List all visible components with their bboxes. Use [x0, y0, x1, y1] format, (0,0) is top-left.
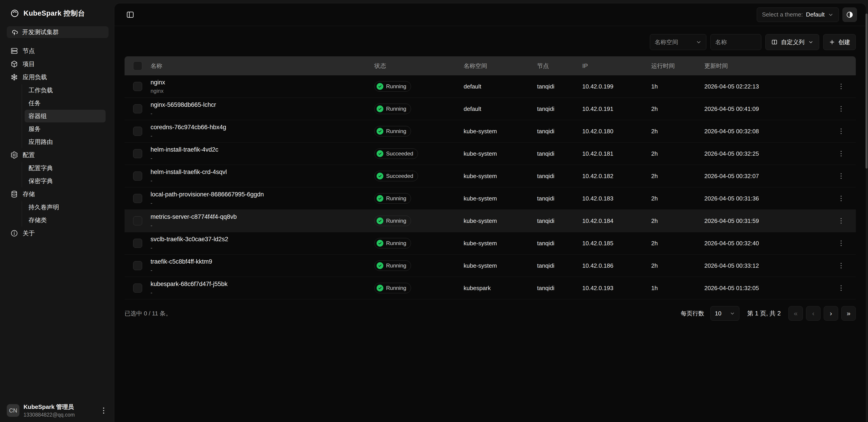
user-menu[interactable]: CN KubeSpark 管理员 1330884822@qq.com: [7, 403, 108, 418]
pod-namespace: kube-system: [464, 128, 537, 135]
pod-ip: 10.42.0.183: [582, 195, 651, 202]
first-page-button[interactable]: «: [788, 306, 803, 320]
pod-uptime: 2h: [651, 218, 704, 224]
row-actions-button[interactable]: [836, 149, 846, 159]
table-row[interactable]: helm-install-traefik-4vd2c - Succeeded k…: [125, 143, 856, 165]
customize-columns-button[interactable]: 自定义列: [765, 34, 819, 50]
plus-icon: [829, 39, 835, 45]
row-checkbox[interactable]: [133, 82, 142, 91]
col-uptime: 运行时间: [651, 62, 704, 70]
next-page-button[interactable]: ›: [824, 306, 838, 320]
row-actions-button[interactable]: [836, 216, 846, 226]
sidebar-item-secrets[interactable]: 保密字典: [25, 175, 105, 187]
pod-name: metrics-server-c8774f4f4-qq8vb: [151, 214, 374, 220]
sidebar-item-label: 存储: [23, 190, 35, 198]
row-checkbox[interactable]: [133, 171, 142, 180]
scrollbar-thumb[interactable]: [866, 13, 868, 169]
sidebar-item-services[interactable]: 服务: [25, 123, 105, 135]
table-row[interactable]: nginx-56598db665-lchcr - Running default…: [125, 98, 856, 120]
pod-node: tanqidi: [537, 218, 582, 224]
pod-updated: 2026-04-05 00:33:12: [704, 262, 827, 269]
table-row[interactable]: traefik-c5c8bf4ff-kktm9 - Running kube-s…: [125, 255, 856, 277]
pod-updated: 2026-04-05 00:32:25: [704, 150, 827, 157]
status-badge: Running: [374, 104, 411, 114]
row-checkbox[interactable]: [133, 283, 142, 292]
rows-per-page-label: 每页行数: [681, 310, 704, 317]
status-check-icon: [377, 218, 383, 224]
sidebar-item-pods[interactable]: 容器组: [25, 110, 105, 122]
selection-summary: 已选中 0 / 11 条。: [125, 310, 172, 317]
user-actions-button[interactable]: [98, 405, 108, 416]
theme-select-label: Select a theme:: [762, 11, 803, 18]
pod-ip: 10.42.0.186: [582, 262, 651, 269]
col-ip: IP: [582, 62, 651, 69]
row-checkbox[interactable]: [133, 127, 142, 136]
pod-node: tanqidi: [537, 128, 582, 135]
row-checkbox[interactable]: [133, 261, 142, 270]
row-actions-button[interactable]: [836, 261, 846, 271]
sidebar-item-configmaps[interactable]: 配置字典: [25, 162, 105, 174]
status-check-icon: [377, 262, 383, 269]
sidebar-item-storageclass[interactable]: 存储类: [25, 214, 105, 226]
pod-namespace: kube-system: [464, 218, 537, 224]
table-row[interactable]: metrics-server-c8774f4f4-qq8vb - Running…: [125, 210, 856, 232]
pod-ip: 10.42.0.193: [582, 285, 651, 292]
pod-name: coredns-76c974cb66-hbx4g: [151, 124, 374, 131]
row-checkbox[interactable]: [133, 149, 142, 158]
status-badge: Succeeded: [374, 148, 418, 159]
rows-per-page-select[interactable]: 10: [710, 306, 739, 320]
row-checkbox[interactable]: [133, 104, 142, 113]
server-icon: [10, 47, 18, 55]
table-row[interactable]: kubespark-68c6f7d47f-j55bk - Running kub…: [125, 277, 856, 299]
sidebar-item-storage-group[interactable]: 存储: [7, 188, 108, 201]
sidebar-item-config-group[interactable]: 配置: [7, 148, 108, 162]
table-body: nginx nginx Running default tanqidi 10: [125, 75, 856, 299]
sidebar-item-workloads-group[interactable]: 应用负载: [7, 71, 108, 84]
row-checkbox[interactable]: [133, 194, 142, 203]
status-badge: Running: [374, 126, 411, 136]
row-actions-button[interactable]: [836, 283, 846, 293]
contrast-toggle-button[interactable]: [842, 7, 857, 22]
sidebar-item-workloads[interactable]: 工作负载: [25, 84, 105, 96]
row-actions-button[interactable]: [836, 194, 846, 203]
prev-page-button[interactable]: ‹: [806, 306, 820, 320]
row-checkbox[interactable]: [133, 216, 142, 225]
row-actions-button[interactable]: [836, 81, 846, 91]
select-all-checkbox[interactable]: [133, 61, 142, 71]
pod-updated: 2026-04-05 02:22:13: [704, 83, 827, 90]
last-page-button[interactable]: »: [841, 306, 856, 320]
row-actions-button[interactable]: [836, 171, 846, 181]
row-actions-button[interactable]: [836, 104, 846, 114]
pod-namespace: kube-system: [464, 150, 537, 157]
sidebar-item-projects[interactable]: 项目: [7, 57, 108, 71]
name-filter-input[interactable]: [710, 34, 761, 50]
sidebar-item-jobs[interactable]: 任务: [25, 97, 105, 110]
cluster-switcher[interactable]: 开发测试集群: [7, 26, 108, 38]
pod-name: helm-install-traefik-crd-4sqvl: [151, 169, 374, 176]
row-checkbox[interactable]: [133, 239, 142, 248]
table-row[interactable]: coredns-76c974cb66-hbx4g - Running kube-…: [125, 120, 856, 143]
pod-uptime: 2h: [651, 262, 704, 269]
sidebar-toggle-button[interactable]: [125, 9, 135, 20]
table-row[interactable]: helm-install-traefik-crd-4sqvl - Succeed…: [125, 165, 856, 187]
pod-subtitle: -: [151, 133, 374, 139]
sidebar-item-pvc[interactable]: 持久卷声明: [25, 201, 105, 214]
table-row[interactable]: nginx nginx Running default tanqidi 10: [125, 75, 856, 98]
table-row[interactable]: local-path-provisioner-8686667995-6ggdn …: [125, 187, 856, 210]
namespace-filter-select[interactable]: 名称空间: [650, 34, 706, 50]
pod-uptime: 2h: [651, 195, 704, 202]
theme-select[interactable]: Select a theme: Default: [757, 7, 839, 22]
row-actions-button[interactable]: [836, 238, 846, 248]
sidebar-item-ingress[interactable]: 应用路由: [25, 136, 105, 148]
pod-uptime: 2h: [651, 150, 704, 157]
sidebar-item-about[interactable]: 关于: [7, 227, 108, 240]
sidebar-item-label: 项目: [23, 60, 35, 68]
pod-node: tanqidi: [537, 240, 582, 247]
sidebar-item-label: 关于: [23, 229, 35, 237]
table-row[interactable]: svclb-traefik-3c0cae37-ld2s2 - Running k…: [125, 232, 856, 255]
row-actions-button[interactable]: [836, 126, 846, 136]
status-badge: Running: [374, 260, 411, 271]
create-button[interactable]: 创建: [823, 34, 856, 50]
sidebar-item-nodes[interactable]: 节点: [7, 44, 108, 57]
pod-node: tanqidi: [537, 150, 582, 157]
